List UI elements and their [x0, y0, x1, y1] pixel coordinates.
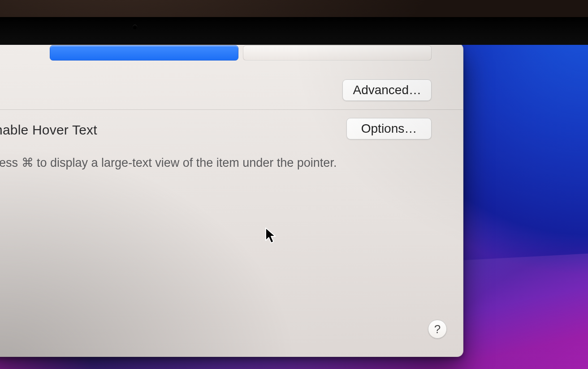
options-button[interactable]: Options…: [346, 118, 432, 139]
tab-segment-active[interactable]: [50, 45, 238, 61]
enable-hover-text-label: nable Hover Text: [0, 122, 97, 138]
description-suffix: to display a large-text view of the item…: [34, 156, 337, 169]
cursor-pointer-icon: [265, 227, 277, 245]
settings-row-hover-text: nable Hover Text Options… ress ⌘ to disp…: [0, 110, 463, 120]
hover-text-description: ress ⌘ to display a large-text view of t…: [0, 156, 337, 170]
tab-segment[interactable]: [243, 45, 432, 61]
help-button[interactable]: ?: [428, 320, 447, 339]
monitor-bezel: [0, 17, 588, 45]
description-prefix: ress: [0, 156, 22, 169]
settings-row-top: Advanced…: [0, 61, 463, 110]
command-key-icon: ⌘: [22, 156, 34, 169]
system-preferences-window: Advanced… nable Hover Text Options… ress…: [0, 45, 463, 357]
tab-bar: [50, 45, 432, 61]
advanced-button[interactable]: Advanced…: [342, 79, 432, 101]
screen-area: Advanced… nable Hover Text Options… ress…: [0, 45, 588, 369]
camera-dot-icon: [133, 25, 137, 29]
